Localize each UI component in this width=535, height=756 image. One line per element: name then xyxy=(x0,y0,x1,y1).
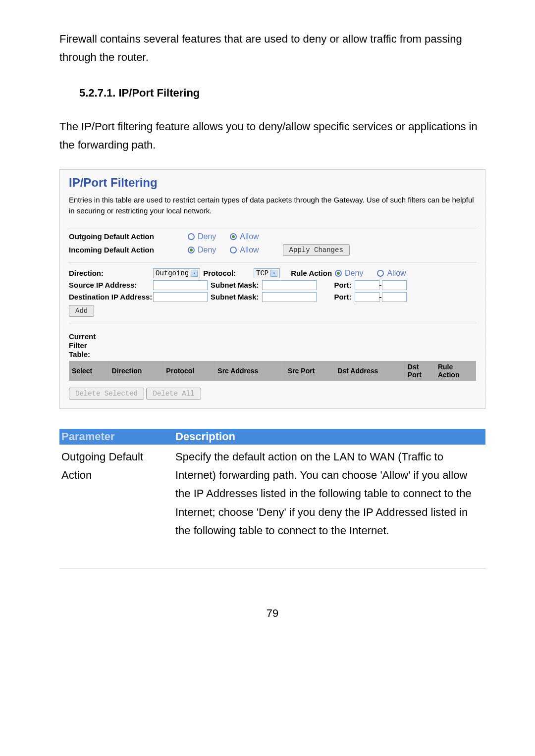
chevron-down-icon: ▾ xyxy=(191,270,198,277)
divider xyxy=(69,323,476,323)
subnet-mask-label: Subnet Mask: xyxy=(208,293,262,301)
outgoing-default-row: Outgoing Default Action Deny Allow xyxy=(69,232,476,241)
param-header: Parameter xyxy=(59,429,173,445)
destination-subnet-input[interactable] xyxy=(262,292,317,302)
source-ip-label: Source IP Address: xyxy=(69,281,153,289)
radio-icon xyxy=(377,270,384,277)
dst-port-to-input[interactable] xyxy=(382,292,407,302)
table-header-row: Select Direction Protocol Src Address Sr… xyxy=(69,361,476,381)
col-dst-address: Dst Address xyxy=(334,361,404,381)
ip-port-filtering-panel: IP/Port Filtering Entries in this table … xyxy=(59,169,485,409)
divider xyxy=(69,262,476,262)
page-number: 79 xyxy=(59,598,485,620)
divider xyxy=(69,226,476,226)
col-select: Select xyxy=(69,361,108,381)
destination-ip-label: Destination IP Address: xyxy=(69,293,153,301)
source-ip-input[interactable] xyxy=(153,280,208,290)
desc-header: Description xyxy=(173,429,485,445)
param-cell: Outgoing Default Action xyxy=(59,445,173,543)
delete-all-button[interactable]: Delete All xyxy=(146,388,201,400)
rule-deny-radio[interactable]: Deny xyxy=(335,269,363,278)
col-src-address: Src Address xyxy=(214,361,285,381)
incoming-allow-radio[interactable]: Allow xyxy=(230,246,259,254)
param-header-row: Parameter Description xyxy=(59,429,485,445)
destination-ip-row: Destination IP Address: Subnet Mask: Por… xyxy=(69,292,476,302)
filter-table: Select Direction Protocol Src Address Sr… xyxy=(69,361,476,381)
radio-icon xyxy=(230,233,237,240)
apply-changes-button[interactable]: Apply Changes xyxy=(283,244,350,256)
radio-label: Allow xyxy=(240,246,259,254)
outgoing-deny-radio[interactable]: Deny xyxy=(188,232,216,241)
col-src-port: Src Port xyxy=(284,361,334,381)
col-rule-action: Rule Action xyxy=(434,361,476,381)
rule-action-label: Rule Action xyxy=(288,269,335,277)
incoming-deny-radio[interactable]: Deny xyxy=(188,246,216,254)
incoming-default-row: Incoming Default Action Deny Allow Apply… xyxy=(69,244,476,256)
outgoing-allow-radio[interactable]: Allow xyxy=(230,232,259,241)
section-desc: The IP/Port filtering feature allows you… xyxy=(59,117,485,154)
radio-icon xyxy=(335,270,342,277)
footer-divider xyxy=(59,568,485,568)
incoming-label: Incoming Default Action xyxy=(69,246,168,254)
radio-label: Allow xyxy=(240,232,259,241)
col-protocol: Protocol xyxy=(163,361,214,381)
add-button[interactable]: Add xyxy=(69,305,94,317)
radio-label: Deny xyxy=(198,246,216,254)
protocol-select[interactable]: TCP ▾ xyxy=(254,268,280,278)
section-heading: 5.2.7.1. IP/Port Filtering xyxy=(79,87,485,100)
radio-label: Deny xyxy=(345,269,363,278)
delete-selected-button[interactable]: Delete Selected xyxy=(69,388,144,400)
rule-allow-radio[interactable]: Allow xyxy=(377,269,406,278)
subnet-mask-label: Subnet Mask: xyxy=(208,281,262,289)
direction-value: Outgoing xyxy=(156,269,189,277)
direction-select[interactable]: Outgoing ▾ xyxy=(153,268,200,278)
protocol-value: TCP xyxy=(256,269,268,277)
destination-ip-input[interactable] xyxy=(153,292,208,302)
param-row: Outgoing Default Action Specify the defa… xyxy=(59,445,485,543)
port-label: Port: xyxy=(331,281,355,289)
protocol-label: Protocol: xyxy=(200,269,239,277)
radio-icon xyxy=(230,247,237,253)
port-label: Port: xyxy=(331,293,355,301)
radio-label: Allow xyxy=(387,269,406,278)
col-direction: Direction xyxy=(108,361,163,381)
radio-icon xyxy=(188,247,195,253)
col-dst-port: Dst Port xyxy=(404,361,434,381)
panel-note: Entries in this table are used to restri… xyxy=(69,195,476,217)
direction-row: Direction: Outgoing ▾ Protocol: TCP ▾ Ru… xyxy=(69,268,476,278)
src-port-from-input[interactable] xyxy=(355,280,379,290)
source-ip-row: Source IP Address: Subnet Mask: Port: - xyxy=(69,280,476,290)
radio-label: Deny xyxy=(198,232,216,241)
src-port-to-input[interactable] xyxy=(382,280,407,290)
source-subnet-input[interactable] xyxy=(262,280,317,290)
radio-icon xyxy=(188,233,195,240)
direction-label: Direction: xyxy=(69,269,153,277)
current-filter-heading: CurrentFilterTable: xyxy=(69,332,476,359)
outgoing-label: Outgoing Default Action xyxy=(69,232,168,241)
desc-cell: Specify the default action on the LAN to… xyxy=(173,445,485,543)
parameter-table: Parameter Description Outgoing Default A… xyxy=(59,429,485,543)
chevron-down-icon: ▾ xyxy=(270,270,277,277)
dst-port-from-input[interactable] xyxy=(355,292,379,302)
panel-title: IP/Port Filtering xyxy=(69,176,476,190)
intro-text: Firewall contains several features that … xyxy=(59,30,485,67)
